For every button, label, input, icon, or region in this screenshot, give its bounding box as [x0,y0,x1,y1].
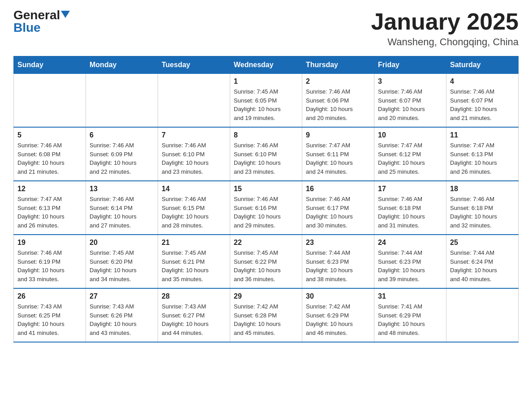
title-area: January 2025 Wansheng, Chongqing, China [371,9,519,48]
day-info: Sunrise: 7:41 AM Sunset: 6:29 PM Dayligh… [378,302,442,337]
day-number: 19 [17,239,82,247]
day-info: Sunrise: 7:43 AM Sunset: 6:25 PM Dayligh… [17,302,82,337]
calendar-cell: 16Sunrise: 7:46 AM Sunset: 6:17 PM Dayli… [302,181,374,235]
calendar-cell: 4Sunrise: 7:46 AM Sunset: 6:07 PM Daylig… [446,74,519,128]
day-info: Sunrise: 7:46 AM Sunset: 6:10 PM Dayligh… [162,141,226,176]
calendar-cell: 23Sunrise: 7:44 AM Sunset: 6:23 PM Dayli… [302,235,374,288]
day-number: 3 [378,77,442,86]
calendar-cell: 14Sunrise: 7:46 AM Sunset: 6:15 PM Dayli… [158,181,230,235]
day-info: Sunrise: 7:46 AM Sunset: 6:16 PM Dayligh… [234,195,298,230]
day-number: 12 [17,185,82,193]
day-number: 21 [162,239,226,247]
day-number: 16 [306,185,370,193]
calendar-cell: 11Sunrise: 7:47 AM Sunset: 6:13 PM Dayli… [446,127,519,181]
calendar-cell: 8Sunrise: 7:46 AM Sunset: 6:10 PM Daylig… [230,127,302,181]
logo: General Blue [13,9,70,34]
day-info: Sunrise: 7:47 AM Sunset: 6:11 PM Dayligh… [306,141,370,176]
day-number: 15 [234,185,298,193]
day-number: 18 [450,185,515,193]
day-info: Sunrise: 7:46 AM Sunset: 6:18 PM Dayligh… [450,195,515,230]
weekday-header-thursday: Thursday [302,56,374,74]
weekday-header-friday: Friday [374,56,446,74]
calendar-cell: 20Sunrise: 7:45 AM Sunset: 6:20 PM Dayli… [86,235,158,288]
day-info: Sunrise: 7:46 AM Sunset: 6:07 PM Dayligh… [378,87,442,122]
week-row-2: 5Sunrise: 7:46 AM Sunset: 6:08 PM Daylig… [14,127,519,181]
calendar-cell: 13Sunrise: 7:46 AM Sunset: 6:14 PM Dayli… [86,181,158,235]
day-info: Sunrise: 7:46 AM Sunset: 6:07 PM Dayligh… [450,87,515,122]
day-info: Sunrise: 7:42 AM Sunset: 6:29 PM Dayligh… [306,302,370,337]
day-info: Sunrise: 7:44 AM Sunset: 6:23 PM Dayligh… [306,248,370,283]
day-number: 11 [450,131,515,139]
day-info: Sunrise: 7:43 AM Sunset: 6:27 PM Dayligh… [162,302,226,337]
day-number: 9 [306,131,370,139]
weekday-header-saturday: Saturday [446,56,519,74]
calendar-table: SundayMondayTuesdayWednesdayThursdayFrid… [13,56,519,342]
calendar-cell: 29Sunrise: 7:42 AM Sunset: 6:28 PM Dayli… [230,288,302,342]
week-row-5: 26Sunrise: 7:43 AM Sunset: 6:25 PM Dayli… [14,288,519,342]
main-title: January 2025 [371,9,519,34]
calendar-cell: 15Sunrise: 7:46 AM Sunset: 6:16 PM Dayli… [230,181,302,235]
day-info: Sunrise: 7:45 AM Sunset: 6:20 PM Dayligh… [90,248,154,283]
day-number: 31 [378,292,442,300]
calendar-cell [158,74,230,128]
calendar-cell [86,74,158,128]
calendar-cell: 9Sunrise: 7:47 AM Sunset: 6:11 PM Daylig… [302,127,374,181]
calendar-cell: 26Sunrise: 7:43 AM Sunset: 6:25 PM Dayli… [14,288,86,342]
calendar-cell: 10Sunrise: 7:47 AM Sunset: 6:12 PM Dayli… [374,127,446,181]
day-number: 26 [17,292,82,300]
calendar-cell: 6Sunrise: 7:46 AM Sunset: 6:09 PM Daylig… [86,127,158,181]
day-number: 6 [90,131,154,139]
weekday-header-tuesday: Tuesday [158,56,230,74]
day-info: Sunrise: 7:46 AM Sunset: 6:06 PM Dayligh… [306,87,370,122]
day-info: Sunrise: 7:46 AM Sunset: 6:09 PM Dayligh… [90,141,154,176]
day-number: 13 [90,185,154,193]
day-number: 20 [90,239,154,247]
day-number: 5 [17,131,82,139]
calendar-cell: 27Sunrise: 7:43 AM Sunset: 6:26 PM Dayli… [86,288,158,342]
day-info: Sunrise: 7:46 AM Sunset: 6:08 PM Dayligh… [17,141,82,176]
day-info: Sunrise: 7:46 AM Sunset: 6:15 PM Dayligh… [162,195,226,230]
day-info: Sunrise: 7:45 AM Sunset: 6:05 PM Dayligh… [234,87,298,122]
day-number: 7 [162,131,226,139]
day-number: 25 [450,239,515,247]
calendar-cell: 1Sunrise: 7:45 AM Sunset: 6:05 PM Daylig… [230,74,302,128]
week-row-1: 1Sunrise: 7:45 AM Sunset: 6:05 PM Daylig… [14,74,519,128]
weekday-header-row: SundayMondayTuesdayWednesdayThursdayFrid… [14,56,519,74]
day-info: Sunrise: 7:47 AM Sunset: 6:13 PM Dayligh… [17,195,82,230]
calendar-cell: 24Sunrise: 7:44 AM Sunset: 6:23 PM Dayli… [374,235,446,288]
weekday-header-wednesday: Wednesday [230,56,302,74]
calendar-cell: 5Sunrise: 7:46 AM Sunset: 6:08 PM Daylig… [14,127,86,181]
day-number: 28 [162,292,226,300]
day-info: Sunrise: 7:46 AM Sunset: 6:10 PM Dayligh… [234,141,298,176]
calendar-cell: 18Sunrise: 7:46 AM Sunset: 6:18 PM Dayli… [446,181,519,235]
logo-general-text: General [13,9,60,21]
subtitle: Wansheng, Chongqing, China [371,36,519,48]
day-number: 14 [162,185,226,193]
day-info: Sunrise: 7:44 AM Sunset: 6:24 PM Dayligh… [450,248,515,283]
day-info: Sunrise: 7:45 AM Sunset: 6:21 PM Dayligh… [162,248,226,283]
day-number: 4 [450,77,515,86]
calendar-cell [14,74,86,128]
logo-blue-text: Blue [13,21,41,34]
day-number: 23 [306,239,370,247]
day-info: Sunrise: 7:45 AM Sunset: 6:22 PM Dayligh… [234,248,298,283]
day-number: 8 [234,131,298,139]
day-info: Sunrise: 7:46 AM Sunset: 6:19 PM Dayligh… [17,248,82,283]
day-info: Sunrise: 7:46 AM Sunset: 6:17 PM Dayligh… [306,195,370,230]
day-number: 22 [234,239,298,247]
calendar-cell: 21Sunrise: 7:45 AM Sunset: 6:21 PM Dayli… [158,235,230,288]
calendar-cell: 19Sunrise: 7:46 AM Sunset: 6:19 PM Dayli… [14,235,86,288]
calendar-cell: 2Sunrise: 7:46 AM Sunset: 6:06 PM Daylig… [302,74,374,128]
weekday-header-sunday: Sunday [14,56,86,74]
day-info: Sunrise: 7:47 AM Sunset: 6:12 PM Dayligh… [378,141,442,176]
week-row-3: 12Sunrise: 7:47 AM Sunset: 6:13 PM Dayli… [14,181,519,235]
header: General Blue January 2025 Wansheng, Chon… [13,9,519,48]
day-info: Sunrise: 7:44 AM Sunset: 6:23 PM Dayligh… [378,248,442,283]
day-number: 30 [306,292,370,300]
day-info: Sunrise: 7:47 AM Sunset: 6:13 PM Dayligh… [450,141,515,176]
day-number: 24 [378,239,442,247]
calendar-cell: 17Sunrise: 7:46 AM Sunset: 6:18 PM Dayli… [374,181,446,235]
day-number: 2 [306,77,370,86]
calendar-cell: 25Sunrise: 7:44 AM Sunset: 6:24 PM Dayli… [446,235,519,288]
logo-triangle-icon [61,11,70,18]
